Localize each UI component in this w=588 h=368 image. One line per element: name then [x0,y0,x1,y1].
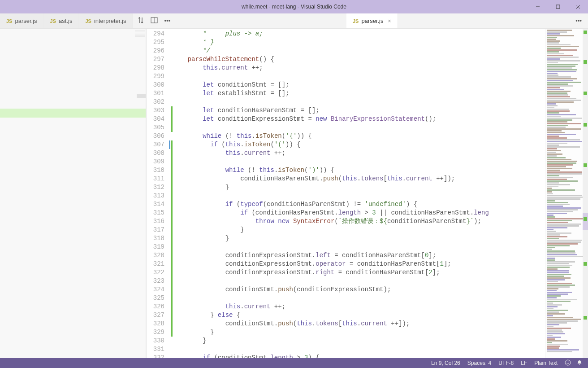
line-number: 305 [147,123,164,132]
code-line[interactable]: let conditionStmt = []; [173,81,545,89]
maximize-button[interactable] [548,0,568,13]
code-line[interactable] [173,277,545,285]
line-number: 316 [147,217,164,226]
compare-icon[interactable] [137,17,144,25]
line-number: 319 [147,243,164,251]
line-number: 326 [147,302,164,311]
scroll-indicator[interactable] [583,213,588,230]
line-number: 303 [147,106,164,115]
line-number: 307 [147,140,164,149]
code-editor[interactable]: 2942952962972982993003013023033043053063… [147,29,545,358]
code-line[interactable]: this.current ++; [173,149,545,158]
editor-more-icon[interactable]: ••• [569,13,588,28]
line-number: 324 [147,285,164,294]
code-line[interactable]: } else { [173,311,545,320]
code-line[interactable] [173,192,545,200]
code-line[interactable]: let conditionHasParenStmt = []; [173,106,545,115]
bell-icon[interactable] [576,359,583,367]
line-number: 295 [147,38,164,47]
line-number: 296 [147,47,164,55]
code-line[interactable]: let conditionExpressionStmt = new Binary… [173,115,545,123]
status-spaces[interactable]: Spaces: 4 [467,360,491,366]
status-eol[interactable]: LF [521,360,527,366]
tab-ast-js[interactable]: JSast.js [44,13,79,28]
code-line[interactable]: * } [173,38,545,47]
code-line[interactable]: while (! this.isToken(')')) { [173,166,545,175]
status-lang[interactable]: Plain Text [534,360,558,366]
status-encoding[interactable]: UTF-8 [498,360,514,366]
code-line[interactable] [173,158,545,166]
code-line[interactable]: this.current ++; [173,64,545,72]
line-number: 322 [147,268,164,277]
line-number: 328 [147,320,164,328]
code-line[interactable]: conditionExpressionStmt.operator = condi… [173,260,545,268]
code-line[interactable]: * plus -> a; [173,30,545,38]
code-line[interactable]: } [173,337,545,345]
tab-parser-js[interactable]: JSparser.js [0,13,44,28]
code-line[interactable]: conditionStmt.push(this.tokens[this.curr… [173,320,545,328]
close-button[interactable] [568,0,588,13]
tab-interpreter-js[interactable]: JSinterpreter.js [79,13,133,28]
code-line[interactable]: conditionHasParenStmt.push(this.tokens[t… [173,175,545,183]
code-line[interactable]: */ [173,47,545,55]
code-line[interactable] [173,243,545,251]
code-line[interactable]: let establishStmt = []; [173,89,545,98]
code-line[interactable] [173,294,545,302]
code-line[interactable]: parseWhileStatement() { [173,55,545,64]
code-line[interactable]: } [173,328,545,337]
line-number: 323 [147,277,164,285]
code-line[interactable] [173,123,545,132]
code-line[interactable] [173,98,545,106]
line-number: 304 [147,115,164,123]
code-line[interactable] [173,72,545,81]
code-line[interactable]: } [173,183,545,192]
line-number: 297 [147,55,164,64]
line-number: 329 [147,328,164,337]
code-line[interactable]: while (! this.isToken('{')) { [173,132,545,140]
code-line[interactable]: if (conditionHasParenStmt.length > 3 || … [173,209,545,217]
tab-parser-js[interactable]: JSparser.js× [346,13,398,28]
svg-rect-1 [556,5,560,9]
status-cursor[interactable]: Ln 9, Col 26 [431,360,460,366]
code-line[interactable]: if (typeof(conditionHasParenStmt) != 'un… [173,200,545,209]
line-number: 327 [147,311,164,320]
svg-point-8 [568,361,569,362]
more-icon[interactable]: ••• [164,18,170,24]
code-line[interactable]: conditionExpressionStmt.right = conditio… [173,268,545,277]
status-bar: Ln 9, Col 26 Spaces: 4 UTF-8 LF Plain Te… [0,358,588,368]
code-line[interactable]: } [173,226,545,234]
line-number: 311 [147,175,164,183]
line-number: 300 [147,81,164,89]
line-number: 315 [147,209,164,217]
left-editor-pane[interactable] [0,29,146,358]
line-number: 317 [147,226,164,234]
code-content[interactable]: * plus -> a; * } */ parseWhileStatement(… [173,29,545,358]
line-number: 301 [147,89,164,98]
code-line[interactable]: } [173,234,545,243]
line-number: 302 [147,98,164,106]
tab-label: parser.js [15,18,37,24]
split-icon[interactable] [151,17,158,25]
line-number: 318 [147,234,164,243]
minimize-button[interactable] [527,0,548,13]
line-number: 294 [147,30,164,38]
code-line[interactable] [173,345,545,354]
minimap[interactable] [545,29,588,358]
left-minimap [135,30,145,37]
title-bar: while.meet - meet-lang - Visual Studio C… [0,0,588,13]
close-icon[interactable]: × [388,18,391,24]
line-number: 308 [147,149,164,158]
main-area: 2942952962972982993003013023033043053063… [0,29,588,358]
code-line[interactable]: conditionExpressionStmt.left = condition… [173,251,545,260]
tab-label: interpreter.js [94,18,126,24]
code-line[interactable]: if (this.isToken('(')) { [173,140,545,149]
window-title: while.meet - meet-lang - Visual Studio C… [242,4,346,10]
code-line[interactable]: this.current ++; [173,302,545,311]
code-line[interactable]: conditionStmt.push(conditionExpressionSt… [173,285,545,294]
line-number: 330 [147,337,164,345]
feedback-icon[interactable] [565,359,571,367]
code-line[interactable]: if (conditionStmt.length > 3) { [173,354,545,358]
svg-point-7 [566,361,567,362]
code-line[interactable]: throw new SyntaxError(`操作数错误：${condition… [173,217,545,226]
tab-bar: JSparser.jsJSast.jsJSinterpreter.js ••• … [0,13,588,29]
